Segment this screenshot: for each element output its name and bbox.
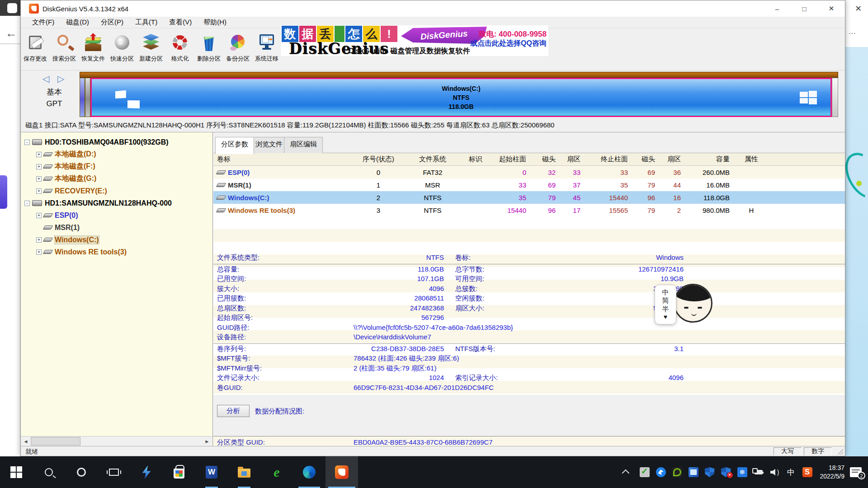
search-partition-button[interactable]: 搜索分区: [50, 28, 79, 70]
system-migration-button[interactable]: 系统迁移: [252, 28, 281, 70]
tray-intel-graphics-icon[interactable]: [689, 467, 698, 477]
expander-icon[interactable]: -: [24, 140, 30, 145]
new-partition-button[interactable]: 新建分区: [137, 28, 165, 70]
table-row-esp[interactable]: ESP(0) 0 FAT32 0 32 33 33 69 36 260.0MB: [213, 166, 845, 178]
col-header[interactable]: 文件系统: [408, 153, 458, 165]
word-app-button[interactable]: W: [195, 456, 228, 488]
menu-disk[interactable]: 磁盘(D): [60, 18, 95, 27]
quick-partition-button[interactable]: 快速分区: [108, 28, 137, 70]
tray-expand-chevron-icon[interactable]: [622, 469, 629, 477]
recover-files-button[interactable]: 恢复文件: [79, 28, 108, 70]
ime-status-card[interactable]: 中 简 半 ♥: [655, 285, 676, 324]
expander-icon[interactable]: -: [24, 201, 30, 206]
col-header[interactable]: 序号(状态): [349, 153, 408, 165]
diskgenius-app-button[interactable]: [326, 456, 358, 488]
delete-partition-button[interactable]: 删除分区: [194, 28, 223, 70]
tray-snowflake-icon[interactable]: ❄: [737, 467, 747, 477]
col-header[interactable]: 磁头: [530, 153, 559, 165]
col-header[interactable]: 终止柱面: [584, 153, 632, 165]
task-view-button[interactable]: [98, 456, 130, 488]
scroll-left-arrow-icon[interactable]: ◀: [21, 436, 31, 446]
tray-nvidia-icon[interactable]: [672, 467, 682, 477]
scrollbar-thumb[interactable]: [31, 437, 80, 446]
tree-horizontal-scrollbar[interactable]: ◀ ▶: [21, 436, 212, 446]
col-header[interactable]: 容量: [684, 153, 733, 165]
expander-icon[interactable]: +: [36, 188, 42, 194]
disk-nav-arrows[interactable]: ◁ ▷: [42, 73, 67, 84]
tree-item-hd0[interactable]: - HD0:TOSHIBAMQ04ABF100(932GB): [21, 136, 212, 148]
col-header[interactable]: 扇区: [659, 153, 684, 165]
start-button[interactable]: [0, 456, 33, 488]
browser-menu-icon[interactable]: ⋯: [849, 29, 856, 38]
backup-partition-button[interactable]: 备份分区: [223, 28, 252, 70]
browser-back-icon[interactable]: ←: [5, 26, 17, 40]
menu-tools[interactable]: 工具(T): [129, 18, 163, 27]
tree-item-esp[interactable]: + ESP(0): [21, 209, 212, 221]
col-header[interactable]: 属性: [733, 153, 769, 165]
menu-view[interactable]: 查看(V): [163, 18, 198, 27]
expander-icon[interactable]: +: [36, 237, 42, 243]
taskbar-clock[interactable]: 18:37 2022/5/9: [820, 464, 845, 481]
tab-browse-files[interactable]: 浏览文件: [250, 137, 288, 154]
flash-app-button[interactable]: [130, 456, 163, 488]
expander-icon[interactable]: +: [36, 164, 42, 169]
tree-item-recovery-e[interactable]: + RECOVERY(E:): [21, 185, 212, 197]
taskbar-search-button[interactable]: [33, 456, 65, 488]
partition-esp-segment[interactable]: [80, 78, 85, 117]
save-changes-button[interactable]: 保存更改: [21, 28, 50, 70]
tray-ime-indicator[interactable]: 中: [786, 467, 796, 477]
table-row-msr[interactable]: MSR(1) 1 MSR 33 69 37 35 79 44 16.0MB: [213, 178, 845, 191]
tree-item-windows-re[interactable]: + Windows RE tools(3): [21, 246, 212, 258]
ime-cartoon-avatar: [674, 284, 712, 323]
menu-help[interactable]: 帮助(H): [198, 18, 232, 27]
col-header[interactable]: 卷标: [213, 153, 349, 165]
ad-qq-link[interactable]: 或点击此处选择QQ咨询: [470, 39, 547, 48]
divider: [213, 264, 845, 265]
format-button[interactable]: 格式化: [165, 28, 194, 70]
expander-icon[interactable]: +: [36, 249, 42, 255]
partition-size: 118.0GB: [448, 102, 473, 111]
resize-grip[interactable]: [838, 449, 843, 455]
tray-update-check-icon[interactable]: [640, 467, 650, 477]
scroll-right-arrow-icon[interactable]: ▶: [202, 436, 212, 446]
tray-dingtalk-icon[interactable]: [656, 467, 666, 477]
tree-item-local-d[interactable]: + 本地磁盘(D:): [21, 148, 212, 160]
expander-icon[interactable]: +: [36, 213, 42, 218]
tree-item-msr[interactable]: MSR(1): [21, 221, 212, 234]
ad-banner[interactable]: 数 据 丢 怎 么 ! DiskGenius DiskGenius 致电: 40…: [281, 25, 548, 56]
tree-item-windows-c[interactable]: + Windows(C:): [21, 234, 212, 246]
table-row-windows-re[interactable]: Windows RE tools(3) 3 NTFS 15440 96 17 1…: [213, 204, 845, 216]
tab-partition-params[interactable]: 分区参数: [215, 137, 254, 154]
minimize-button[interactable]: –: [764, 0, 791, 17]
tray-defender-icon[interactable]: [705, 467, 715, 477]
edge-app-button[interactable]: [293, 456, 326, 488]
tab-sector-edit[interactable]: 扇区编辑: [284, 137, 323, 154]
cortana-button[interactable]: [65, 456, 98, 488]
tray-battery-icon[interactable]: [754, 467, 764, 477]
ie-app-button[interactable]: e: [260, 456, 293, 488]
browser-close-icon[interactable]: ✕: [855, 4, 862, 14]
partition-msr-segment[interactable]: [85, 78, 90, 117]
col-header[interactable]: 扇区: [559, 153, 584, 165]
expander-icon[interactable]: +: [36, 152, 42, 157]
file-explorer-button[interactable]: [228, 456, 260, 488]
partition-windows-segment[interactable]: Windows(C:) NTFS 118.0GB: [90, 78, 832, 117]
analyze-button[interactable]: 分析: [217, 405, 250, 417]
tree-item-local-f[interactable]: + 本地磁盘(F:): [21, 160, 212, 173]
tree-item-local-g[interactable]: + 本地磁盘(G:): [21, 173, 212, 185]
menu-partition[interactable]: 分区(P): [95, 18, 129, 27]
maximize-button[interactable]: □: [791, 0, 818, 17]
close-button[interactable]: ✕: [818, 0, 845, 17]
action-center-button[interactable]: 2: [850, 467, 862, 477]
col-header[interactable]: 磁头: [632, 153, 659, 165]
tray-volume-icon[interactable]: ): [770, 467, 780, 477]
col-header[interactable]: 起始柱面: [494, 153, 530, 165]
tray-sogou-icon[interactable]: S: [802, 467, 812, 477]
sogou-ime-widget[interactable]: 中 简 半 ♥: [655, 284, 713, 325]
tree-item-hd1[interactable]: - HD1:SAMSUNGMZNLN128HAHQ-000: [21, 197, 212, 209]
table-row-windows-c-selected[interactable]: Windows(C:) 2 NTFS 35 79 45 15440 96 16 …: [213, 191, 845, 204]
menu-file[interactable]: 文件(F): [26, 18, 60, 27]
col-header[interactable]: 标识: [458, 153, 494, 165]
expander-icon[interactable]: +: [36, 176, 42, 182]
store-app-button[interactable]: [163, 456, 195, 488]
